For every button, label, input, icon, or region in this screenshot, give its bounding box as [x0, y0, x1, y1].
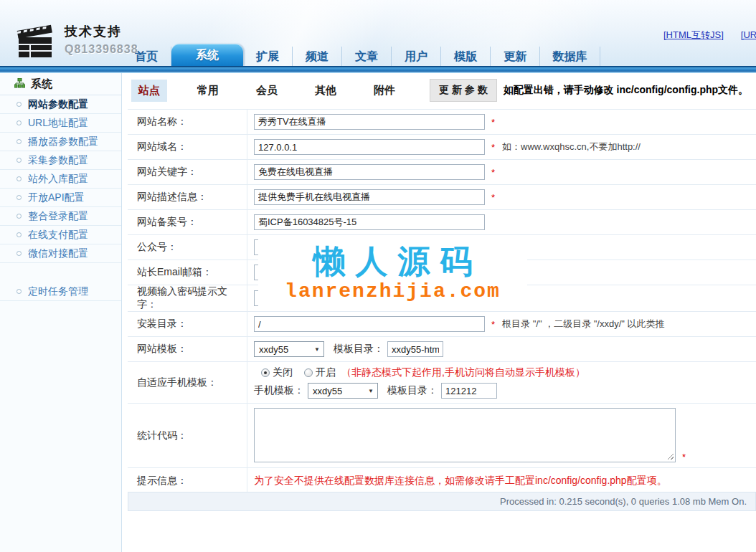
config-warning-text: 如配置出错，请手动修改 inc/config/config.php文件。: [504, 84, 748, 97]
required-asterisk: *: [491, 319, 495, 330]
sidebar-item-collect-config[interactable]: 采集参数配置: [0, 151, 121, 170]
sidebar-item-label: 定时任务管理: [28, 285, 88, 298]
nav-item-update[interactable]: 更新: [491, 47, 540, 66]
template-dir-label: 模板目录：: [334, 343, 384, 356]
install-dir-hint: 根目录 "/" ，二级目录 "/xxdy/" 以此类推: [502, 318, 664, 330]
sidebar-item-label: 网站参数配置: [28, 98, 88, 111]
bullet-icon: [16, 195, 22, 200]
form-row-site-domain: 网站域名： * 如：www.wxqhsc.cn,不要加http://: [128, 135, 756, 160]
processed-status-text: Processed in: 0.215 second(s), 0 queries…: [500, 496, 747, 507]
install-dir-label: 安装目录：: [128, 312, 247, 336]
sidebar-item-label: 播放器参数配置: [28, 135, 98, 148]
main-nav: 首页 系统 扩展 频道 文章 用户 模版 更新 数据库: [122, 44, 600, 66]
sidebar-spacer: [0, 263, 121, 282]
mobile-template-label: 自适应手机模板：: [128, 362, 247, 403]
sidebar-item-player-config[interactable]: 播放器参数配置: [0, 133, 121, 151]
mobile-on-radio[interactable]: [304, 368, 313, 377]
watermark-overlay: 懒人源码 lanrenzhijia.com: [258, 237, 527, 310]
site-keywords-input[interactable]: [254, 164, 485, 180]
site-icp-input[interactable]: [254, 214, 485, 230]
stats-code-textarea[interactable]: [254, 408, 676, 462]
sidebar-item-offsite-config[interactable]: 站外入库配置: [0, 170, 121, 189]
sidebar-item-url-config[interactable]: URL地址配置: [0, 114, 121, 133]
required-asterisk: *: [491, 192, 495, 203]
site-domain-hint: 如：www.wxqhsc.cn,不要加http://: [502, 141, 641, 153]
required-asterisk: *: [491, 167, 495, 178]
form-row-mobile-template: 自适应手机模板： 关闭 开启 （非静态模式下起作用,手机访问将自动显示手机模板）…: [128, 362, 756, 404]
sidebar-item-label: 开放API配置: [28, 191, 85, 204]
video-pwd-hint-label: 视频输入密码提示文字：: [128, 285, 247, 311]
chevron-down-icon: ▼: [368, 388, 374, 394]
status-bar: Processed in: 0.215 second(s), 0 queries…: [128, 492, 756, 511]
sitemap-icon: [14, 78, 25, 90]
sidebar-item-site-params[interactable]: 网站参数配置: [0, 95, 121, 114]
tab-common[interactable]: 常用: [190, 80, 226, 102]
bullet-icon: [16, 102, 22, 107]
form-row-tips: 提示信息： 为了安全不提供在线配置数据库连接信息，如需修改请手工配置inc/co…: [128, 468, 756, 494]
sidebar-item-cron-tasks[interactable]: 定时任务管理: [0, 282, 121, 301]
bullet-icon: [16, 139, 22, 144]
install-dir-input[interactable]: [254, 316, 485, 332]
nav-item-template[interactable]: 模版: [441, 47, 491, 66]
form-row-site-description: 网站描述信息： *: [128, 185, 756, 210]
mobile-template-select[interactable]: xxdy55 ▼: [308, 383, 378, 399]
sidebar-item-label: URL地址配置: [28, 117, 88, 130]
site-description-input[interactable]: [254, 189, 485, 205]
required-asterisk: *: [491, 142, 495, 153]
tips-label: 提示信息：: [128, 468, 247, 493]
mobile-off-radio[interactable]: [261, 368, 270, 377]
sidebar-title: 系统: [0, 73, 121, 95]
mobile-off-label: 关闭: [273, 366, 293, 379]
public-account-label: 公众号：: [128, 235, 247, 260]
required-asterisk: *: [682, 452, 686, 462]
bullet-icon: [16, 232, 22, 237]
sidebar-item-wechat-config[interactable]: 微信对接配置: [0, 244, 121, 263]
site-icp-label: 网站备案号：: [128, 210, 247, 234]
form-row-site-keywords: 网站关键字： *: [128, 160, 756, 185]
sidebar-item-label: 采集参数配置: [28, 154, 88, 167]
site-domain-label: 网站域名：: [128, 135, 247, 159]
template-dir-input[interactable]: [387, 341, 443, 357]
bullet-icon: [16, 120, 22, 125]
nav-item-extend[interactable]: 扩展: [243, 47, 293, 66]
site-name-label: 网站名称：: [128, 110, 247, 134]
mobile-template-dir-input[interactable]: [441, 383, 497, 399]
mobile-template-note: （非静态模式下起作用,手机访问将自动显示手机模板）: [341, 366, 585, 379]
tab-attachment[interactable]: 附件: [367, 80, 402, 102]
nav-item-database[interactable]: 数据库: [540, 47, 600, 66]
bullet-icon: [16, 214, 22, 219]
admin-email-label: 站长Email邮箱：: [128, 260, 247, 285]
form-row-site-template: 网站模板： xxdy55 ▼ 模板目录：: [128, 337, 756, 362]
site-domain-input[interactable]: [254, 139, 485, 155]
tab-other[interactable]: 其他: [308, 80, 344, 102]
section-tabs: 站点 常用 会员 其他 附件 更 新 参 数 如配置出错，请手动修改 inc/c…: [128, 77, 748, 103]
nav-item-home[interactable]: 首页: [122, 47, 171, 66]
sidebar-item-label: 在线支付配置: [28, 229, 88, 242]
chevron-down-icon: ▼: [314, 346, 320, 353]
sidebar-item-label: 整合登录配置: [28, 210, 88, 223]
update-params-button[interactable]: 更 新 参 数: [430, 79, 497, 102]
sidebar-item-label: 站外入库配置: [28, 173, 88, 186]
nav-item-user[interactable]: 用户: [392, 47, 441, 66]
sidebar-item-open-api-config[interactable]: 开放API配置: [0, 189, 121, 207]
watermark-title: 懒人源码: [303, 244, 483, 278]
mobile-template-dir-label: 模板目录：: [387, 384, 438, 397]
form-row-install-dir: 安装目录： * 根目录 "/" ，二级目录 "/xxdy/" 以此类推: [128, 312, 756, 337]
nav-item-article[interactable]: 文章: [342, 47, 392, 66]
sidebar-item-login-config[interactable]: 整合登录配置: [0, 207, 121, 226]
mobile-on-label: 开启: [316, 366, 336, 379]
site-name-input[interactable]: [254, 114, 485, 130]
site-template-label: 网站模板：: [128, 337, 247, 361]
header-divider-bar: [0, 66, 756, 73]
nav-item-channel[interactable]: 频道: [293, 47, 342, 66]
html-to-js-link[interactable]: [HTML互转JS]: [663, 29, 724, 40]
url-link[interactable]: [URL: [741, 29, 756, 40]
page-header: 技术支持 Q813396838 [HTML互转JS][URL 首页 系统 扩展 …: [0, 0, 756, 66]
mobile-template-select-value: xxdy55: [313, 386, 342, 396]
tips-text: 为了安全不提供在线配置数据库连接信息，如需修改请手工配置inc/config/c…: [254, 475, 667, 487]
nav-item-system[interactable]: 系统: [171, 44, 243, 66]
sidebar-item-payment-config[interactable]: 在线支付配置: [0, 226, 121, 244]
tab-member[interactable]: 会员: [249, 80, 285, 102]
tab-site[interactable]: 站点: [131, 80, 167, 102]
site-template-select[interactable]: xxdy55 ▼: [254, 341, 324, 357]
